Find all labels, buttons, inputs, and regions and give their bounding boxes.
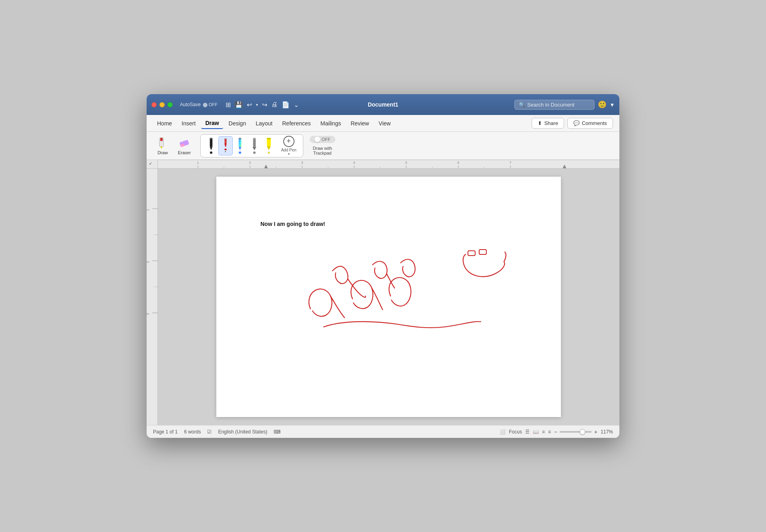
- svg-marker-8: [225, 145, 227, 147]
- close-button[interactable]: [151, 102, 157, 107]
- document-canvas: Now I am going to draw!: [158, 169, 619, 425]
- trackpad-toggle[interactable]: OFF: [310, 136, 335, 143]
- maximize-button[interactable]: [167, 102, 173, 107]
- svg-rect-10: [225, 141, 227, 143]
- svg-marker-15: [253, 147, 257, 150]
- zoom-slider[interactable]: [560, 431, 592, 433]
- pen-gradient[interactable]: [233, 136, 247, 155]
- svg-rect-16: [253, 138, 256, 139]
- menu-references[interactable]: References: [278, 118, 315, 129]
- undo-icon[interactable]: ↩: [246, 100, 253, 109]
- pen-red[interactable]: ▾: [218, 136, 233, 155]
- eraser-icon: [178, 136, 191, 149]
- svg-text:3: 3: [301, 161, 303, 165]
- draw-trackpad-control[interactable]: OFF Draw withTrackpad: [310, 136, 335, 155]
- svg-rect-19: [267, 138, 271, 139]
- minimize-button[interactable]: [159, 102, 165, 107]
- pen-yellow[interactable]: [262, 136, 276, 155]
- menu-mailings[interactable]: Mailings: [316, 118, 345, 129]
- align-icon[interactable]: ≡: [548, 429, 551, 435]
- emoji-button[interactable]: 🙂: [598, 100, 607, 109]
- pen-red-dropdown[interactable]: ▾: [224, 150, 228, 153]
- svg-rect-13: [239, 138, 242, 139]
- undo-dropdown-icon[interactable]: ▾: [255, 102, 259, 108]
- document-page: Now I am going to draw!: [216, 177, 561, 417]
- reading-view-icon[interactable]: 📖: [533, 429, 539, 435]
- add-pen-button[interactable]: + Add Pen ▾: [278, 134, 299, 157]
- menubar: Home Insert Draw Design Layout Reference…: [147, 115, 619, 132]
- focus-label[interactable]: Focus: [509, 429, 522, 435]
- menubar-right: ⬆ Share 💬 Comments: [532, 118, 613, 129]
- toolbar: Draw Eraser: [147, 132, 619, 160]
- menu-design[interactable]: Design: [225, 118, 250, 129]
- print-icon[interactable]: 🖨: [270, 100, 278, 109]
- app-window: AutoSave ⬤ OFF ⊞ 💾 ↩ ▾ ↪ 🖨 📄 ⌄ Document1…: [147, 94, 619, 438]
- draw-icon: [156, 136, 169, 149]
- text-input-icon[interactable]: ⌨: [274, 429, 280, 435]
- share-icon: ⬆: [538, 120, 542, 126]
- ruler-h-svg: 1 2 3 4 5 6 7: [158, 160, 619, 169]
- comments-button[interactable]: 💬 Comments: [567, 118, 613, 129]
- proofing-icon-item[interactable]: ☑: [207, 429, 212, 435]
- account-dropdown-icon[interactable]: ▾: [610, 100, 615, 109]
- trackpad-label: Draw withTrackpad: [313, 146, 332, 155]
- pen-red-icon: [221, 138, 230, 148]
- svg-marker-5: [210, 147, 213, 150]
- search-placeholder: Search in Document: [527, 102, 574, 108]
- share-label: Share: [544, 120, 558, 126]
- layout-icon[interactable]: ⊞: [225, 100, 232, 109]
- doc-icon[interactable]: 📄: [281, 100, 290, 109]
- proofing-icon: ☑: [207, 429, 212, 435]
- svg-text:7: 7: [509, 161, 511, 165]
- pen-yellow-dot: [268, 151, 270, 154]
- zoom-in-icon[interactable]: +: [594, 429, 597, 435]
- language-text: English (United States): [218, 429, 267, 435]
- autosave-area: AutoSave ⬤ OFF: [180, 102, 218, 107]
- statusbar-right: ⬜ Focus ☰ 📖 ≡ ≡ − + 117%: [500, 429, 613, 435]
- vertical-ruler: 1 2 3: [147, 169, 158, 425]
- eraser-label: Eraser: [178, 150, 191, 155]
- pen-gray-icon: [250, 138, 259, 151]
- horizontal-ruler: 1 2 3 4 5 6 7: [158, 160, 619, 169]
- svg-marker-21: [264, 165, 268, 169]
- eraser-tool[interactable]: Eraser: [175, 135, 194, 157]
- add-pen-label: Add Pen: [281, 148, 296, 152]
- svg-rect-1: [160, 138, 163, 141]
- svg-rect-14: [253, 138, 256, 147]
- customize-icon[interactable]: ⌄: [293, 100, 300, 109]
- share-button[interactable]: ⬆ Share: [532, 118, 564, 129]
- menu-view[interactable]: View: [375, 118, 395, 129]
- page-info: Page 1 of 1: [153, 429, 177, 435]
- menu-home[interactable]: Home: [153, 118, 176, 129]
- ruler-v-svg: 1 2 3: [147, 169, 158, 409]
- zoom-control[interactable]: − +: [554, 429, 597, 435]
- pen-yellow-icon: [264, 138, 273, 151]
- redo-icon[interactable]: ↪: [261, 100, 268, 109]
- svg-text:4: 4: [353, 161, 355, 165]
- focus-icon[interactable]: ⬜: [500, 429, 506, 435]
- svg-rect-11: [239, 138, 242, 147]
- autosave-toggle[interactable]: ⬤ OFF: [203, 102, 218, 107]
- toggle-circle: [314, 137, 320, 142]
- pen-gradient-dot: [239, 151, 241, 153]
- menu-layout[interactable]: Layout: [252, 118, 276, 129]
- add-pen-chevron: ▾: [288, 152, 290, 156]
- draw-eraser-group: Draw Eraser: [153, 135, 194, 157]
- search-icon: 🔍: [519, 102, 525, 108]
- menu-review[interactable]: Review: [347, 118, 373, 129]
- page-count: Page 1 of 1: [153, 429, 177, 435]
- layout-view-icon[interactable]: ☰: [525, 429, 530, 435]
- pens-group: ▾: [200, 134, 303, 157]
- zoom-out-icon[interactable]: −: [554, 429, 557, 435]
- menu-insert[interactable]: Insert: [177, 118, 200, 129]
- menu-draw[interactable]: Draw: [201, 118, 223, 129]
- outline-view-icon[interactable]: ≡: [542, 429, 545, 435]
- save-icon[interactable]: 💾: [234, 100, 244, 109]
- draw-tool[interactable]: Draw: [153, 135, 172, 157]
- pen-gray[interactable]: [247, 136, 262, 155]
- statusbar: Page 1 of 1 6 words ☑ English (United St…: [147, 425, 619, 438]
- word-count-text: 6 words: [184, 429, 201, 435]
- ruler-corner: [147, 160, 158, 169]
- pen-black[interactable]: [204, 136, 218, 155]
- search-box[interactable]: 🔍 Search in Document: [514, 100, 595, 110]
